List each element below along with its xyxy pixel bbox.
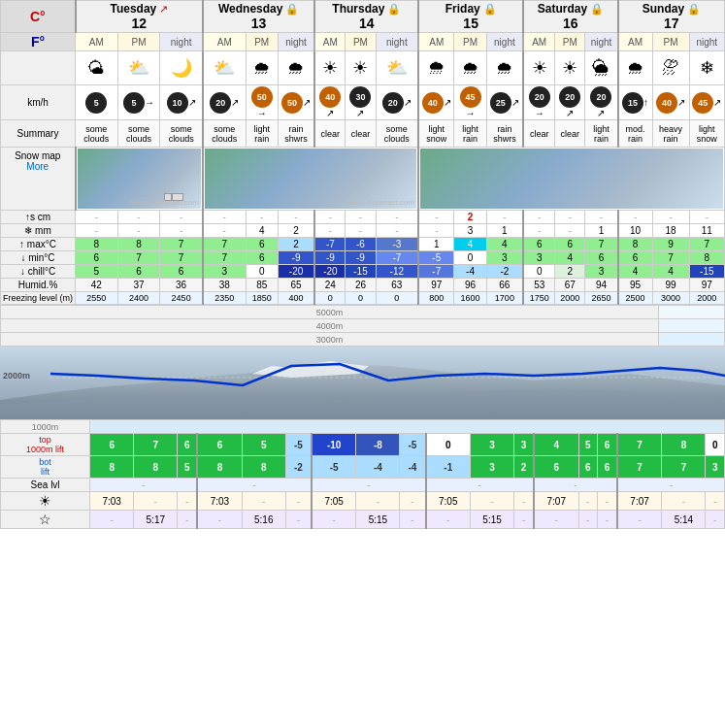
- freeze-4: 1850: [246, 292, 278, 305]
- day-thursday: Thursday 🔒 14: [314, 1, 418, 33]
- blift-4: 8: [242, 456, 285, 479]
- blift-7: -4: [356, 456, 400, 479]
- sunset-17: -: [706, 511, 725, 529]
- wind-fri-am: 40↗: [418, 85, 454, 120]
- humid-10: 96: [454, 279, 486, 292]
- wind-sat-pm: 20↗: [555, 85, 585, 120]
- wind-tue-night: 10↗: [160, 85, 203, 120]
- humid-5: 65: [278, 279, 314, 292]
- sunset-row: ☆ - 5:17 - - 5:16 - - 5:15 - - 5:15 - - …: [1, 511, 725, 529]
- chill-7: -15: [346, 265, 376, 279]
- chill-16: 4: [652, 265, 689, 279]
- snow-map-more-link[interactable]: More: [26, 161, 49, 172]
- chill-14: 3: [585, 265, 618, 279]
- min-14: 6: [585, 251, 618, 265]
- col-sat-am: AM: [523, 33, 555, 51]
- humid-12: 53: [523, 279, 555, 292]
- summary-sat-night: light rain: [585, 120, 618, 148]
- weather-icon-wed-night: 🌧: [278, 51, 314, 85]
- bot-lift-label: botlift: [1, 456, 90, 479]
- min-4: 6: [246, 251, 278, 265]
- col-sat-night: night: [585, 33, 618, 51]
- min-temp-row: ↓ min°C 6 7 7 7 6 -9 -9 -9 -7 -5 0 3 3 4…: [1, 251, 725, 265]
- wind-wed-night: 50↗: [278, 85, 314, 120]
- summary-thu-night: some clouds: [376, 120, 418, 148]
- chill-15: 4: [618, 265, 652, 279]
- tlift-17: 0: [706, 434, 725, 456]
- freeze-11: 1700: [486, 292, 523, 305]
- chill-5: -20: [278, 265, 314, 279]
- weather-icon-sun-night: ❄: [689, 51, 724, 85]
- fahrenheit-unit[interactable]: F°: [1, 33, 76, 51]
- snow-ts-12: -: [523, 211, 555, 224]
- min-7: -9: [346, 251, 376, 265]
- sunrise-15: 7:07: [617, 492, 662, 511]
- tlift-3: 6: [197, 434, 242, 456]
- altitude-5000-label: 5000m: [1, 306, 659, 319]
- humid-14: 94: [585, 279, 618, 292]
- humid-4: 85: [246, 279, 278, 292]
- blift-5: -2: [285, 456, 312, 479]
- snow-ts-9: -: [418, 211, 454, 224]
- sunset-1: 5:17: [134, 511, 178, 529]
- max-4: 6: [246, 238, 278, 251]
- blift-1: 8: [134, 456, 178, 479]
- max-temp-row: ↑ max°C 8 8 7 7 6 2 -7 -6 -3 1 4 4 6 6 7…: [1, 238, 725, 251]
- blift-8: -4: [400, 456, 426, 479]
- snow-mm-13: -: [555, 224, 585, 238]
- sea-lvl-sat: -: [534, 479, 617, 492]
- freeze-5: 400: [278, 292, 314, 305]
- col-sun-night: night: [689, 33, 724, 51]
- freeze-row: Freezing level (m) 2550 2400 2450 2350 1…: [1, 292, 725, 305]
- wind-wed-pm: 50→: [246, 85, 278, 120]
- lift-table: 1000m top1000m lift 6 7 6 6 5 -5 -10 -8 …: [0, 419, 725, 529]
- map-nav-1[interactable]: [172, 193, 183, 201]
- snow-mm-12: -: [523, 224, 555, 238]
- sunset-12: -: [534, 511, 578, 529]
- summary-wed-night: rain shwrs: [278, 120, 314, 148]
- day-header-row: C° Tuesday ↗ 12 Wednesday 🔒 13 Thursday …: [1, 1, 725, 33]
- weather-icon-thu-am: ☀: [314, 51, 346, 85]
- map-nav-2[interactable]: [164, 193, 172, 201]
- snow-ts-15: -: [618, 211, 652, 224]
- tlift-1: 7: [134, 434, 178, 456]
- wind-thu-night: 20↗: [376, 85, 418, 120]
- day-sunday: Sunday 🔒 17: [618, 1, 725, 33]
- wind-tue-pm: 5→: [117, 85, 160, 120]
- freeze-15: 2500: [618, 292, 652, 305]
- weather-icon-wed-am: ⛅: [203, 51, 246, 85]
- max-16: 9: [652, 238, 689, 251]
- max-8: -3: [376, 238, 418, 251]
- weather-icon-sat-am: ☀: [523, 51, 555, 85]
- min-3: 7: [203, 251, 246, 265]
- sunset-11: -: [514, 511, 534, 529]
- weather-icon-thu-night: ⛅: [376, 51, 418, 85]
- sunset-13: -: [578, 511, 597, 529]
- min-10: 0: [454, 251, 486, 265]
- humid-17: 97: [689, 279, 724, 292]
- col-tue-pm: PM: [117, 33, 160, 51]
- day-friday: Friday 🔒 15: [418, 1, 523, 33]
- wind-sun-pm: 40↗: [652, 85, 689, 120]
- sunset-6: -: [312, 511, 356, 529]
- chill-6: -20: [314, 265, 346, 279]
- snow-mm-4: 4: [246, 224, 278, 238]
- sunrise-2: -: [178, 492, 197, 511]
- weather-icon-fri-night: 🌧: [486, 51, 523, 85]
- sunset-label: ☆: [1, 511, 90, 529]
- summary-tue-pm: some clouds: [117, 120, 160, 148]
- 2000m-label: 2000m: [3, 371, 30, 381]
- celsius-unit[interactable]: C°: [1, 1, 76, 33]
- humid-2: 36: [160, 279, 203, 292]
- min-11: 3: [486, 251, 523, 265]
- summary-sat-pm: clear: [555, 120, 585, 148]
- wind-thu-pm: 30↗: [346, 85, 376, 120]
- max-9: 1: [418, 238, 454, 251]
- blift-6: -5: [312, 456, 356, 479]
- col-sun-am: AM: [618, 33, 652, 51]
- freeze-0: 2550: [76, 292, 118, 305]
- sunrise-0: 7:03: [90, 492, 134, 511]
- sunrise-1: -: [134, 492, 178, 511]
- sunrise-label: ☀: [1, 492, 90, 511]
- sunrise-8: -: [400, 492, 426, 511]
